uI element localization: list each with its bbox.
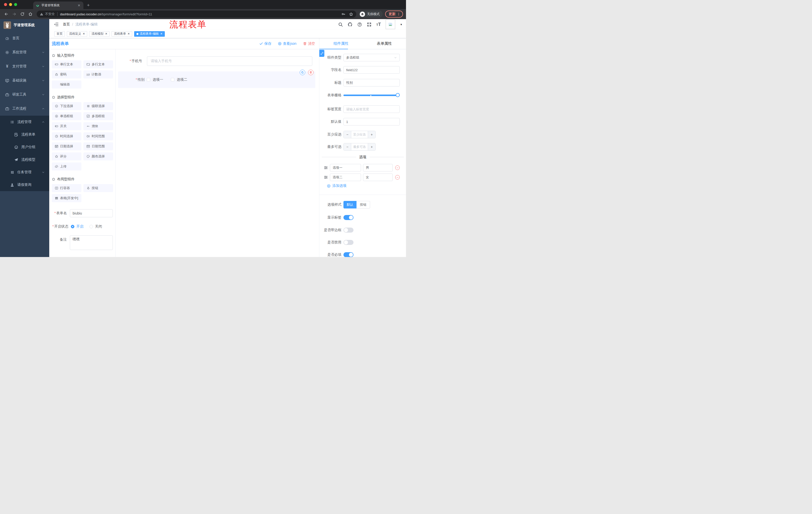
chip-button[interactable]: 按钮 [83,184,113,192]
remove-option-button[interactable]: − [395,165,400,170]
chip-time-picker[interactable]: 时间选择 [52,132,81,140]
new-tab-icon[interactable]: + [87,2,90,8]
field-name-input[interactable] [343,66,400,74]
clear-button[interactable]: 清空 [303,42,315,46]
chip-single-line-text[interactable]: 单行文本 [52,60,81,69]
url-path[interactable]: /bpm/manager/form/edit?formId=11 [101,12,152,16]
chip-color-picker[interactable]: 颜色选择 [83,153,113,160]
chip-counter[interactable]: 123计数器 [83,71,113,78]
chip-time-range[interactable]: 时间范围 [83,132,113,140]
default-value-input[interactable] [343,118,400,126]
label-width-input[interactable] [343,105,400,113]
chip-checkbox-group[interactable]: 多选框组 [83,112,113,120]
delete-component-button[interactable] [308,70,314,75]
caret-down-icon[interactable]: ▼ [400,23,403,26]
remove-option-button[interactable]: − [395,175,400,180]
chip-radio-group[interactable]: 单选框组 [52,112,81,120]
chip-cascader[interactable]: 级联选择 [83,102,113,110]
required-toggle[interactable] [343,252,353,257]
chip-rate[interactable]: 评分 [52,153,81,160]
checkbox-option1[interactable] [147,78,150,81]
disabled-toggle[interactable] [343,240,353,245]
maximize-window-button[interactable] [14,3,17,6]
style-button-button[interactable]: 按钮 [356,201,370,209]
update-button[interactable]: 更新 [385,10,403,18]
component-type-select[interactable]: 多选框组 [343,54,400,61]
tag-close-icon[interactable]: ✕ [127,32,129,35]
sidebar-item-infra[interactable]: 基础设施 [0,74,49,87]
sidebar-item-user-group[interactable]: 用户分组 [0,141,49,154]
sidebar-item-system[interactable]: 系统管理 [0,45,49,59]
back-icon[interactable] [4,12,8,16]
drag-handle-icon[interactable] [324,166,328,170]
show-label-toggle[interactable] [343,215,353,220]
tag-close-icon[interactable]: ✕ [105,32,107,35]
chip-multi-line-text[interactable]: 多行文本 [83,60,113,69]
form-canvas[interactable]: *手机号 请输入手机号 *性别 选项一 选项二 [116,49,319,257]
sidebar-item-home[interactable]: 首页 [0,31,49,45]
sidebar-item-process-model[interactable]: 流程模型 [0,154,49,166]
help-icon[interactable] [357,22,362,27]
tag-home[interactable]: 首页 [54,31,65,37]
stepper-minus-button[interactable]: − [344,131,351,138]
doc-link-button[interactable] [319,50,324,57]
github-icon[interactable] [348,22,352,27]
chip-select[interactable]: 下拉选择 [52,102,81,110]
tag-close-icon[interactable]: ✕ [160,32,163,35]
avatar[interactable] [386,20,395,29]
sidebar-item-devtools[interactable]: 研发工具 [0,87,49,102]
password-key-icon[interactable] [342,12,345,16]
selected-gender-component[interactable]: *性别 选项一 选项二 [118,72,315,88]
copy-component-button[interactable] [300,70,305,75]
border-toggle[interactable] [343,227,353,233]
tab-form-props[interactable]: 表单属性 [363,38,406,49]
option2-value-input[interactable] [363,173,393,181]
grid-slider[interactable] [343,91,400,99]
option1-label-input[interactable] [330,164,361,171]
phone-field-input[interactable]: 请输入手机号 [147,56,312,66]
stepper-placeholder[interactable]: 至少应选 [351,131,368,138]
not-secure-warning-icon[interactable] [40,12,44,16]
browser-tab[interactable]: 芋道管理系统 ✕ [33,1,83,9]
chip-slider[interactable]: 滑块 [83,122,113,130]
slider-thumb[interactable] [396,93,400,97]
chip-switch[interactable]: 开关 [52,122,81,130]
address-bar[interactable]: 不安全 dashboard.yudao.iocoder.cn/bpm/manag… [37,10,356,18]
minimize-window-button[interactable] [9,3,12,6]
sidebar-item-payment[interactable]: ¥ 支付管理 [0,59,49,74]
tag-process-definition[interactable]: 流程定义✕ [67,31,87,37]
stepper-placeholder[interactable]: 最多可选 [351,143,368,151]
security-label[interactable]: 不安全 [45,12,55,16]
chip-table-dev[interactable]: 表格[开发中] [52,194,81,202]
bookmark-star-icon[interactable] [349,12,353,16]
chip-editor[interactable]: 编辑器 [52,80,81,88]
form-name-input[interactable] [70,209,113,217]
view-json-button[interactable]: 查看json [278,42,296,46]
reload-icon[interactable] [20,12,25,16]
chip-upload[interactable]: 上传 [52,162,81,170]
breadcrumb-home[interactable]: 首页 [63,22,70,27]
option2-label-input[interactable] [330,173,361,181]
close-window-button[interactable] [4,3,7,6]
tab-close-icon[interactable]: ✕ [77,3,81,7]
tag-close-icon[interactable]: ✕ [83,32,85,35]
sidebar-item-leave-query[interactable]: 请假查询 [0,179,49,191]
fullscreen-icon[interactable] [367,22,372,27]
stepper-minus-button[interactable]: − [344,143,351,151]
sidebar-item-process-form[interactable]: 流程表单 [0,128,49,141]
sidebar-item-workflow[interactable]: 工作流程 [0,102,49,116]
tab-component-props[interactable]: 组件属性 [319,38,363,49]
font-size-icon[interactable]: TT [376,22,381,27]
url-domain[interactable]: dashboard.yudao.iocoder.cn [60,12,101,16]
remark-textarea[interactable]: 嘿嘿 [70,235,113,250]
chip-password[interactable]: 密码 [52,71,81,78]
title-input[interactable] [343,79,400,86]
slider-track[interactable] [343,94,400,96]
tag-process-form-edit[interactable]: 流程表单-编辑✕ [134,31,165,37]
sidebar-item-process-mgmt[interactable]: 流程管理 [0,116,49,128]
checkbox-option2[interactable] [171,78,174,81]
style-default-button[interactable]: 默认 [343,201,356,209]
chip-row-container[interactable]: 行容器 [52,184,81,192]
forward-icon[interactable] [12,12,17,16]
drag-handle-icon[interactable] [324,175,328,179]
